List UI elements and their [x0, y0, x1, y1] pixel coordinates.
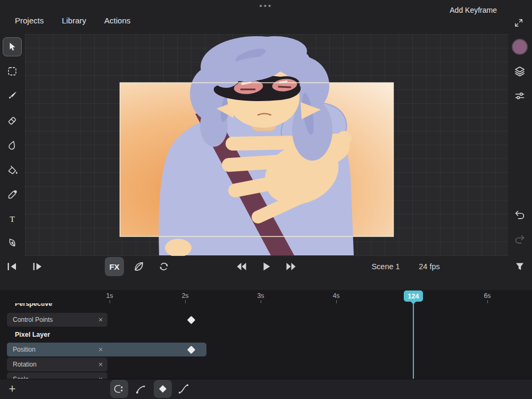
scene-label[interactable]: Scene 1: [367, 257, 404, 276]
track-row-scale[interactable]: Scale ✕: [7, 372, 107, 379]
fill-tool-button[interactable]: [3, 161, 22, 180]
easing-curve-toggle[interactable]: [174, 380, 193, 398]
adjustments-button[interactable]: [510, 86, 529, 105]
layers-icon: [513, 65, 526, 78]
marquee-icon: [6, 65, 18, 77]
previous-frame-button[interactable]: [3, 257, 21, 276]
playhead-line[interactable]: [413, 301, 414, 379]
motion-path-icon: [135, 383, 147, 395]
playhead-pointer: [410, 301, 417, 304]
track-row-rotation[interactable]: Rotation ✕: [7, 358, 107, 371]
motion-path-toggle[interactable]: [132, 380, 150, 398]
rewind-icon: [235, 260, 248, 273]
play-button[interactable]: [257, 257, 275, 276]
sliders-icon: [513, 89, 526, 102]
ruler-label-4s: 4s: [326, 292, 347, 300]
eyedropper-icon: [6, 189, 18, 201]
main-menu: Projects Library Actions: [15, 16, 130, 25]
menu-actions[interactable]: Actions: [104, 16, 130, 25]
pen-tool-button[interactable]: [3, 233, 22, 252]
ruler-label-1s: 1s: [99, 292, 120, 300]
loop-button[interactable]: [155, 257, 173, 276]
add-track-button[interactable]: +: [4, 379, 20, 398]
eraser-icon: [6, 115, 18, 127]
paint-bucket-icon: [6, 164, 18, 176]
menu-projects[interactable]: Projects: [15, 16, 44, 25]
ruler-label-3s: 3s: [250, 292, 271, 300]
auto-keyframe-icon: [113, 383, 126, 395]
keyframe-diamond-control-points[interactable]: [187, 316, 196, 325]
undo-icon: [513, 209, 526, 221]
smudge-tool-button[interactable]: [3, 136, 22, 155]
timeline-ruler[interactable]: 1s 2s 3s 4s 6s: [0, 290, 532, 303]
timeline-body[interactable]: Perspective Control Points ✕ Pixel Layer…: [0, 303, 532, 379]
redo-button[interactable]: [510, 230, 529, 249]
remove-track-icon[interactable]: ✕: [94, 361, 107, 368]
easing-curve-icon: [177, 383, 190, 395]
fast-forward-button[interactable]: [282, 257, 300, 276]
undo-button[interactable]: [510, 205, 529, 225]
track-group-pixel-layer[interactable]: Pixel Layer: [15, 331, 50, 338]
loop-icon: [157, 260, 170, 273]
rewind-button[interactable]: [232, 257, 251, 276]
add-keyframe-button[interactable]: Add Keyframe: [450, 0, 497, 20]
next-frame-button[interactable]: [29, 257, 47, 276]
ruler-label-6s: 6s: [477, 292, 498, 300]
previous-frame-icon: [6, 260, 19, 273]
text-tool-button[interactable]: T: [3, 210, 22, 229]
track-row-position[interactable]: Position ✕: [7, 343, 107, 356]
bottom-bar: [0, 379, 532, 399]
track-group-perspective[interactable]: Perspective: [15, 303, 52, 307]
brush-icon: [6, 90, 18, 102]
cursor-arrow-icon: [6, 41, 18, 53]
pen-nib-icon: [6, 237, 18, 248]
brush-tool-button[interactable]: [3, 86, 22, 105]
fullscreen-expand-icon[interactable]: [511, 15, 527, 31]
animation-canvas[interactable]: [25, 34, 508, 256]
onion-skin-button[interactable]: [130, 257, 148, 276]
redo-icon: [513, 233, 526, 246]
ruler-label-2s: 2s: [174, 292, 196, 300]
keyframe-diamond-icon: [156, 383, 169, 395]
next-frame-icon: [31, 260, 44, 273]
track-row-control-points[interactable]: Control Points ✕: [7, 313, 107, 327]
color-swatch-button[interactable]: [510, 37, 529, 56]
eyedropper-tool-button[interactable]: [3, 185, 22, 204]
fps-label[interactable]: 24 fps: [413, 257, 446, 276]
timeline-filter-button[interactable]: [510, 257, 529, 276]
auto-keyframe-toggle[interactable]: [110, 380, 128, 398]
fx-button[interactable]: FX: [105, 257, 124, 276]
play-icon: [260, 260, 272, 273]
smudge-drop-icon: [6, 139, 18, 151]
funnel-icon: [513, 260, 526, 273]
canvas-artwork: [25, 34, 508, 256]
menu-library[interactable]: Library: [62, 16, 86, 25]
move-tool-button[interactable]: [3, 37, 22, 56]
remove-track-icon[interactable]: ✕: [94, 346, 107, 353]
fast-forward-icon: [285, 260, 297, 273]
marquee-select-tool-button[interactable]: [3, 62, 22, 81]
keyframe-mode-toggle[interactable]: [154, 380, 172, 398]
eraser-tool-button[interactable]: [3, 111, 22, 130]
current-color-swatch: [513, 40, 527, 54]
svg-text:T: T: [10, 214, 15, 223]
layers-button[interactable]: [510, 62, 529, 81]
onion-skin-leaf-icon: [132, 260, 145, 273]
remove-track-icon[interactable]: ✕: [94, 317, 107, 323]
text-tool-icon: T: [6, 213, 18, 225]
playhead-badge[interactable]: 124: [404, 290, 423, 302]
